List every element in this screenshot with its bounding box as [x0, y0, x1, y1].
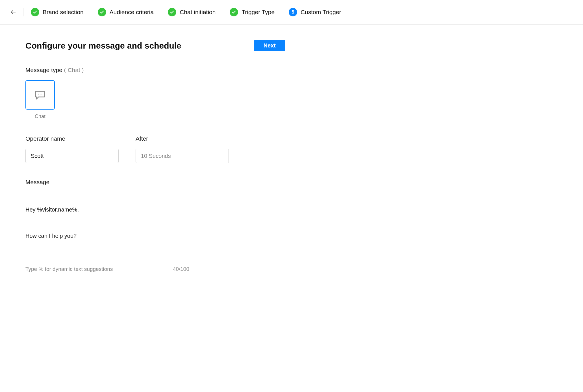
message-hint: Type % for dynamic text suggestions: [25, 266, 113, 272]
after-select[interactable]: 10 Seconds: [136, 149, 229, 163]
message-type-label-text: Message type: [25, 67, 62, 73]
svg-point-3: [42, 94, 42, 95]
step-label: Audience criteria: [110, 9, 154, 16]
step-label: Custom Trigger: [301, 9, 341, 16]
message-counter: 40/100: [173, 266, 189, 272]
check-icon: [98, 8, 106, 16]
stepper: Brand selection Audience criteria Chat i…: [31, 8, 341, 16]
step-number-icon: 5: [289, 8, 297, 16]
next-button[interactable]: Next: [254, 40, 285, 51]
page-title: Configure your message and schedule: [25, 41, 181, 51]
divider: [23, 8, 23, 16]
check-icon: [230, 8, 238, 16]
back-button[interactable]: [8, 7, 18, 17]
message-footer: Type % for dynamic text suggestions 40/1…: [25, 261, 189, 272]
main-content: Configure your message and schedule Next…: [0, 25, 311, 288]
svg-point-2: [40, 94, 41, 95]
message-type-caption: Chat: [25, 114, 55, 119]
step-trigger-type[interactable]: Trigger Type: [230, 8, 275, 16]
message-textarea[interactable]: Hey %visitor.name%, How can I help you?: [25, 193, 285, 252]
message-line: How can I help you?: [25, 233, 285, 239]
step-brand-selection[interactable]: Brand selection: [31, 8, 84, 16]
chat-bubble-icon: [34, 89, 46, 101]
wizard-header: Brand selection Audience criteria Chat i…: [0, 0, 583, 25]
message-line: Hey %visitor.name%,: [25, 206, 285, 213]
svg-point-1: [38, 94, 39, 95]
step-chat-initiation[interactable]: Chat initiation: [168, 8, 216, 16]
message-type-chat-option[interactable]: [25, 80, 55, 110]
operator-name-input[interactable]: [25, 149, 119, 163]
check-icon: [31, 8, 39, 16]
operator-name-label: Operator name: [25, 135, 119, 142]
arrow-left-icon: [10, 9, 16, 15]
message-type-label: Message type ( Chat ): [25, 67, 285, 73]
after-select-value: 10 Seconds: [141, 153, 171, 159]
message-type-selected: ( Chat ): [64, 67, 84, 73]
step-label: Trigger Type: [242, 9, 275, 16]
step-label: Chat initiation: [180, 9, 216, 16]
check-icon: [168, 8, 176, 16]
step-custom-trigger[interactable]: 5 Custom Trigger: [289, 8, 341, 16]
after-label: After: [136, 135, 229, 142]
step-label: Brand selection: [43, 9, 84, 16]
message-label: Message: [25, 179, 285, 186]
step-audience-criteria[interactable]: Audience criteria: [98, 8, 154, 16]
